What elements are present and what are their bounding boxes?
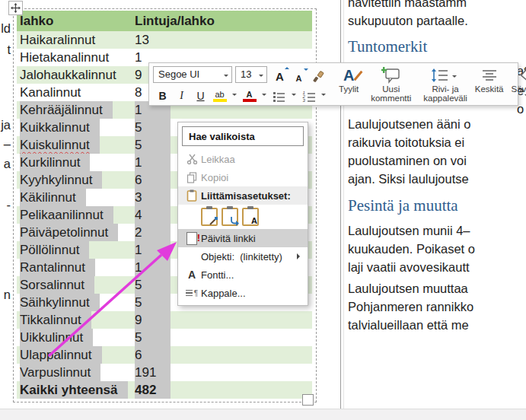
menu-item-label: Objekti: (linkitetty) [201,251,282,262]
table-resize-handle[interactable] [302,394,314,406]
center-button[interactable]: Keskitä [471,63,508,105]
bird-count-value: 1 [135,259,171,276]
shading-label: Sävytys [512,84,526,94]
bird-count-value: 13 [135,31,149,49]
styles-button[interactable]: A Tyylit [335,63,362,105]
line-spacing-dropdown[interactable] [449,71,460,80]
numbering-dropdown[interactable] [318,89,329,98]
highlight-dropdown[interactable] [229,89,240,98]
bullets-button[interactable] [269,85,289,102]
font-color-bar [243,99,257,102]
font-dialog-icon: A [183,269,201,281]
chevron-down-icon[interactable] [221,70,231,79]
table-move-handle[interactable] [8,1,23,15]
mini-toolbar: Segoe UI 13 A A [148,62,518,106]
bird-count-value: 3 [135,189,171,206]
bold-button[interactable]: B [153,85,172,102]
font-name-combo[interactable]: Segoe UI [153,66,232,83]
letter-a-glyph: A [251,217,257,225]
table-row[interactable]: Uikkulinnut 5 [17,329,312,346]
grow-font-icon: A [276,70,284,83]
bird-order-name: Haikaralinnut [20,31,95,49]
paste-keep-formatting-button[interactable] [201,208,218,226]
font-size-combo[interactable]: 13 [235,66,267,83]
bird-order-name: Uikkulinnut [20,329,93,346]
table-row[interactable]: Tikkalinnut 9 [17,311,312,329]
bird-order-name: Pelikaanilinnut [20,206,113,224]
styles-icon: A [343,67,354,84]
bird-count-value: 5 [135,136,171,154]
bird-order-name: Käkilinnut [20,189,86,206]
word-document-view: ldtja–a-n lahko Lintuja/lahko Haikaralin… [0,0,526,420]
paste-text-only-button[interactable]: A [242,208,259,226]
bird-order-name: Rantalinnut [20,259,95,276]
menu-item-font[interactable]: A Fontti... [178,266,308,284]
chevron-down-icon[interactable] [256,70,266,79]
numbering-button[interactable]: 1 2 3 [299,85,318,102]
line-spacing-icon [431,68,449,82]
bird-order-name: Tikkalinnut [20,311,91,329]
clipboard-icon [183,189,201,202]
line-spacing-label-1: Rivi- ja [432,84,458,94]
body-text-line: puolustaminen on voi [348,151,470,170]
menu-search-box[interactable]: Hae valikoista [182,126,304,146]
bird-order-name: Kanalinnut [20,84,81,101]
highlight-button[interactable]: ab [210,85,229,102]
menu-item-paragraph[interactable]: ¶ Kappale... [178,284,308,302]
paragraph-3: Laulujoutsen muuttaaPohjanmeren rannikko… [348,279,473,334]
bird-count-value: 1 [135,154,171,171]
table-row[interactable]: Kaikki yhteensä 482 [17,381,312,399]
shading-bucket-icon [518,68,526,83]
submenu-arrow-icon [297,253,303,259]
table-row[interactable]: Haikaralinnut 13 [17,31,312,49]
table-row[interactable]: Varpuslinnut 191 [17,364,312,381]
bird-count-value: 5 [135,294,171,311]
shrink-font-icon: A [296,74,302,83]
arrow-glyph-icon [229,217,239,226]
menu-item-update-link[interactable]: ! Päivitä linkki [178,229,308,247]
center-align-icon [481,69,498,81]
italic-button[interactable]: I [172,85,191,102]
paste-merge-button[interactable] [222,208,238,226]
body-text-line: laji vaatii avovesikautt [348,258,475,276]
text-fragment: a [0,157,11,170]
new-comment-button[interactable]: Uusi kommentti [367,63,415,105]
bullets-dropdown[interactable] [289,89,299,98]
body-text-line: hävitettiin maastamm [348,0,467,11]
highlight-icon: ab [215,91,224,98]
underline-button[interactable]: U [191,85,210,102]
bird-order-name: Kehrääjälinnut [20,101,113,119]
paragraph-2: Laulujoutsen munii 4–kuukauden. Poikaset… [348,221,475,276]
highlight-color-bar [213,99,227,102]
menu-item-cut[interactable]: Leikkaa [178,150,308,168]
text-fragment: n [0,288,11,301]
bird-order-name: Kyyhkylinnut [20,171,102,189]
font-color-button[interactable]: A [240,85,259,102]
context-menu: Hae valikoista Leikkaa Kopioi [177,122,308,306]
shading-button[interactable]: Sävytys [508,63,526,105]
paragraph-dialog-icon: ¶ [183,289,201,298]
window-bottom-strip [0,409,526,420]
bird-order-name: Jalohaukkalinnut [20,66,116,84]
bird-count-value: 1 [135,49,142,66]
numbering-icon: 1 2 3 [303,92,315,102]
menu-item-copy[interactable]: Kopioi [178,168,308,186]
table-row[interactable]: Ulappalinnut 6 [17,346,312,364]
text-fragment: ja [0,118,11,132]
font-color-dropdown[interactable] [259,89,269,98]
line-spacing-label-2: kappaleväli [423,94,467,103]
styles-label: Tyylit [339,84,359,94]
grow-font-button[interactable]: A [270,66,289,83]
bird-order-name: Kuiskulinnut [20,136,100,154]
bird-order-name: Ulappalinnut [20,346,102,364]
table-header-lahko: lahko [17,11,132,31]
bird-count-value: 1 [135,241,171,259]
format-painter-button[interactable] [308,66,327,83]
shrink-font-button[interactable]: A [289,66,308,83]
menu-item-label: Päivitä linkki [201,233,256,244]
menu-item-object[interactable]: Objekti: (linkitetty) [178,247,308,266]
body-text-line: talvialueillaan että me [348,316,473,334]
new-comment-label-1: Uusi [382,84,400,94]
page-boundary-shadow [343,0,344,409]
line-spacing-button[interactable]: Rivi- ja kappaleväli [419,63,471,105]
